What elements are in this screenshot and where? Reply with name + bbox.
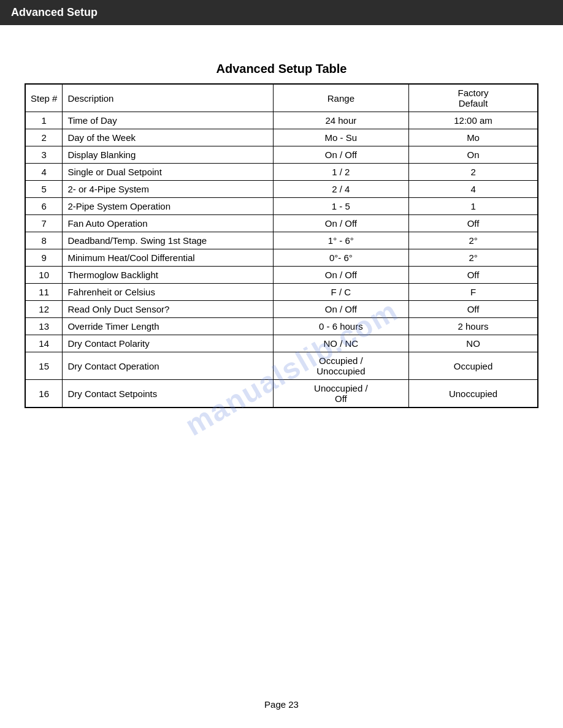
cell-step: 9 [25,249,63,267]
cell-step: 7 [25,215,63,232]
table-row: 9Minimum Heat/Cool Differential0°- 6°2° [25,249,538,267]
cell-range: 0 - 6 hours [273,318,408,335]
cell-range: Unoccupied /Off [273,380,408,408]
table-row: 13Override Timer Length0 - 6 hours2 hour… [25,318,538,335]
table-row: 3Display BlankingOn / OffOn [25,146,538,164]
table-row: 14Dry Contact PolarityNO / NCNO [25,335,538,352]
table-title: Advanced Setup Table [25,62,538,76]
table-row: 7Fan Auto OperationOn / OffOff [25,215,538,232]
cell-factory-default: F [409,284,538,301]
cell-description: Fahrenheit or Celsius [63,284,273,301]
cell-step: 12 [25,301,63,318]
col-header-factory-default: FactoryDefault [409,84,538,112]
cell-range: On / Off [273,301,408,318]
page-content: Advanced Setup Table Step # Description … [0,25,563,445]
page-number: Page 23 [264,699,299,710]
cell-description: Override Timer Length [63,318,273,335]
cell-step: 1 [25,112,63,129]
table-row: 12Read Only Duct Sensor?On / OffOff [25,301,538,318]
cell-description: 2- or 4-Pipe System [63,181,273,198]
table-row: 1Time of Day24 hour12:00 am [25,112,538,129]
setup-table: Step # Description Range FactoryDefault … [25,83,538,408]
cell-factory-default: 2° [409,232,538,249]
cell-range: Mo - Su [273,129,408,146]
cell-description: Minimum Heat/Cool Differential [63,249,273,267]
table-row: 8Deadband/Temp. Swing 1st Stage1° - 6°2° [25,232,538,249]
col-header-range: Range [273,84,408,112]
col-header-step: Step # [25,84,63,112]
col-header-description: Description [63,84,273,112]
cell-description: Read Only Duct Sensor? [63,301,273,318]
cell-range: On / Off [273,267,408,284]
cell-factory-default: 1 [409,198,538,215]
table-header-row: Step # Description Range FactoryDefault [25,84,538,112]
cell-step: 4 [25,164,63,181]
cell-range: 1° - 6° [273,232,408,249]
cell-step: 15 [25,352,63,380]
cell-factory-default: Mo [409,129,538,146]
cell-range: 1 / 2 [273,164,408,181]
cell-description: Time of Day [63,112,273,129]
table-row: 4Single or Dual Setpoint1 / 22 [25,164,538,181]
header-bar: Advanced Setup [0,0,563,25]
cell-description: Thermoglow Backlight [63,267,273,284]
cell-range: 0°- 6° [273,249,408,267]
cell-factory-default: Occupied [409,352,538,380]
cell-factory-default: NO [409,335,538,352]
table-row: 62-Pipe System Operation1 - 51 [25,198,538,215]
cell-factory-default: Off [409,301,538,318]
cell-factory-default: 12:00 am [409,112,538,129]
table-row: 2Day of the WeekMo - SuMo [25,129,538,146]
cell-description: Display Blanking [63,146,273,164]
cell-factory-default: 2° [409,249,538,267]
cell-step: 11 [25,284,63,301]
cell-factory-default: 2 hours [409,318,538,335]
cell-step: 5 [25,181,63,198]
cell-range: 1 - 5 [273,198,408,215]
cell-factory-default: Unoccupied [409,380,538,408]
cell-range: On / Off [273,215,408,232]
cell-factory-default: Off [409,215,538,232]
cell-factory-default: On [409,146,538,164]
page-footer: Page 23 [0,699,563,710]
cell-factory-default: Off [409,267,538,284]
cell-factory-default: 4 [409,181,538,198]
cell-description: Deadband/Temp. Swing 1st Stage [63,232,273,249]
cell-range: On / Off [273,146,408,164]
cell-step: 16 [25,380,63,408]
cell-step: 10 [25,267,63,284]
cell-range: 2 / 4 [273,181,408,198]
cell-description: Dry Contact Polarity [63,335,273,352]
table-row: 15Dry Contact OperationOccupied /Unoccup… [25,352,538,380]
cell-range: Occupied /Unoccupied [273,352,408,380]
cell-description: Single or Dual Setpoint [63,164,273,181]
cell-range: 24 hour [273,112,408,129]
table-row: 11Fahrenheit or CelsiusF / CF [25,284,538,301]
cell-description: 2-Pipe System Operation [63,198,273,215]
cell-step: 2 [25,129,63,146]
header-title: Advanced Setup [11,6,552,19]
cell-step: 3 [25,146,63,164]
cell-description: Day of the Week [63,129,273,146]
cell-description: Fan Auto Operation [63,215,273,232]
cell-factory-default: 2 [409,164,538,181]
cell-step: 8 [25,232,63,249]
table-row: 10Thermoglow BacklightOn / OffOff [25,267,538,284]
table-row: 52- or 4-Pipe System2 / 44 [25,181,538,198]
cell-range: NO / NC [273,335,408,352]
cell-step: 14 [25,335,63,352]
cell-range: F / C [273,284,408,301]
cell-description: Dry Contact Setpoints [63,380,273,408]
cell-step: 6 [25,198,63,215]
table-row: 16Dry Contact SetpointsUnoccupied /OffUn… [25,380,538,408]
cell-step: 13 [25,318,63,335]
cell-description: Dry Contact Operation [63,352,273,380]
